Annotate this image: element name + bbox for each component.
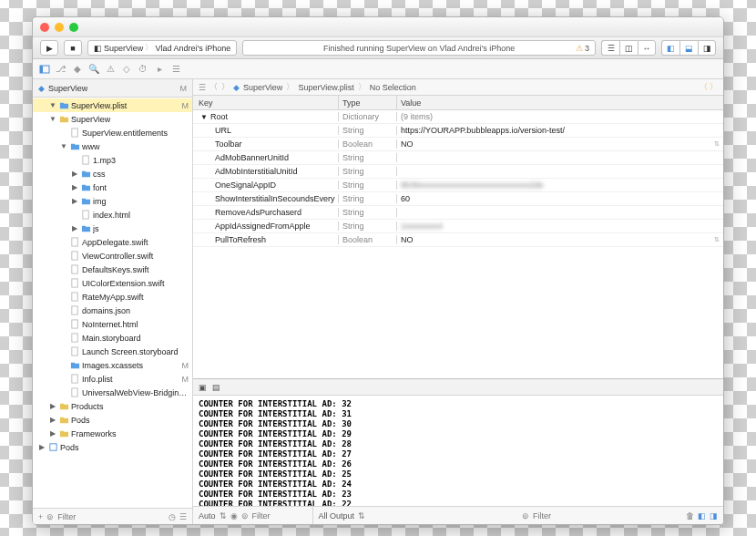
disclosure-triangle-icon[interactable]: ▼: [49, 115, 56, 123]
toggle-navigator-button[interactable]: ◧: [661, 40, 679, 56]
console-output[interactable]: COUNTER FOR INTERSTITIAL AD: 32 COUNTER …: [193, 396, 723, 506]
plist-key[interactable]: Toolbar: [193, 139, 339, 149]
find-navigator-tab[interactable]: 🔍: [87, 63, 100, 76]
file-tree-item[interactable]: AppDelegate.swift: [33, 235, 192, 249]
plist-row[interactable]: PullToRefreshBooleanNO⇅: [193, 233, 723, 247]
plist-key[interactable]: AppIdAssignedFromApple: [193, 222, 339, 231]
file-tree-item[interactable]: ▶img: [33, 194, 192, 208]
back-button[interactable]: 〈: [209, 81, 218, 93]
file-tree-item[interactable]: ▶css: [33, 167, 192, 180]
project-row[interactable]: ◆ SuperView M: [33, 79, 192, 98]
add-icon[interactable]: +: [38, 512, 43, 521]
disclosure-triangle-icon[interactable]: ▼: [49, 101, 56, 109]
plist-row-root[interactable]: ▼RootDictionary(9 items): [193, 110, 723, 124]
related-items-icon[interactable]: ☰: [199, 83, 206, 92]
issue-navigator-tab[interactable]: ⚠: [104, 63, 117, 76]
crumb-file[interactable]: SuperView.plist: [298, 83, 353, 92]
clear-console-button[interactable]: 🗑: [686, 511, 694, 521]
file-tree-item[interactable]: NoInternet.html: [33, 317, 192, 331]
plist-value[interactable]: NO⇅: [397, 235, 723, 244]
plist-type[interactable]: String: [339, 222, 397, 231]
disclosure-triangle-icon[interactable]: ▶: [71, 224, 78, 232]
file-tree-item[interactable]: Info.plistM: [33, 372, 192, 386]
console-filter-input[interactable]: [533, 511, 682, 521]
prev-issue-button[interactable]: 〈: [700, 81, 708, 93]
stop-button[interactable]: ■: [64, 40, 82, 56]
breakpoint-navigator-tab[interactable]: ▸: [153, 63, 166, 76]
toggle-debug-button[interactable]: ⬓: [679, 40, 698, 56]
disclosure-triangle-icon[interactable]: ▶: [71, 170, 78, 178]
plist-row[interactable]: ToolbarBooleanNO⇅: [193, 138, 723, 151]
plist-row[interactable]: URLStringhttps://YOURAPP.bubbleapps.io/v…: [193, 124, 723, 138]
file-tree-item[interactable]: UniversalWebView-Bridging-Header.h: [33, 386, 192, 399]
disclosure-triangle-icon[interactable]: ▶: [71, 183, 78, 191]
plist-key[interactable]: ShowInterstitialInSecoundsEvery: [193, 194, 339, 203]
scheme-selector[interactable]: ◧ SuperView 〉 Vlad Andrei's iPhone: [87, 40, 237, 56]
chevron-updown-icon[interactable]: ⇅: [358, 511, 365, 521]
plist-type[interactable]: String: [339, 153, 397, 162]
header-value[interactable]: Value: [397, 96, 723, 109]
plist-key[interactable]: RemoveAdsPurchaserd: [193, 208, 339, 217]
file-tree-item[interactable]: DefaultsKeys.swift: [33, 263, 192, 276]
disclosure-triangle-icon[interactable]: ▼: [60, 142, 67, 150]
debug-navigator-tab[interactable]: ⏱: [137, 63, 149, 76]
report-navigator-tab[interactable]: ☰: [169, 63, 182, 76]
toggle-inspector-button[interactable]: ◨: [698, 40, 716, 56]
disclosure-triangle-icon[interactable]: ▼: [200, 113, 208, 121]
plist-row[interactable]: AdMobInterstitialUnitIdString: [193, 165, 723, 179]
plist-type[interactable]: String: [339, 126, 397, 135]
file-tree-item[interactable]: ▶js: [33, 222, 192, 235]
plist-value[interactable]: NO⇅: [397, 139, 723, 149]
plist-type[interactable]: Boolean: [339, 139, 397, 149]
plist-value[interactable]: 8b38xxxxxxxxxxxxxxxxxxxxxxxxxxx2de: [397, 180, 723, 190]
output-selector[interactable]: All Output: [319, 511, 355, 521]
disclosure-triangle-icon[interactable]: ▶: [71, 197, 78, 205]
version-editor-button[interactable]: ↔: [638, 40, 656, 56]
file-tree-item[interactable]: ▶font: [33, 180, 192, 194]
next-issue-button[interactable]: 〉: [710, 81, 718, 93]
plist-value[interactable]: 60: [397, 194, 723, 203]
plist-value[interactable]: 1xxxxxxxx4: [397, 222, 723, 231]
file-tree-item[interactable]: UIColorExtension.swift: [33, 276, 192, 290]
recent-filter-icon[interactable]: ◷: [169, 512, 176, 521]
plist-key[interactable]: URL: [193, 126, 339, 135]
header-key[interactable]: Key: [193, 96, 339, 109]
file-tree-item[interactable]: ▶Pods: [33, 413, 192, 427]
file-tree-item[interactable]: 1.mp3: [33, 153, 192, 167]
disclosure-triangle-icon[interactable]: ▶: [38, 443, 46, 451]
standard-editor-button[interactable]: ☰: [601, 40, 619, 56]
close-window-button[interactable]: [40, 23, 49, 32]
minimize-window-button[interactable]: [55, 23, 64, 32]
file-tree-item[interactable]: Launch Screen.storyboard: [33, 345, 192, 358]
assistant-editor-button[interactable]: ◫: [619, 40, 638, 56]
project-navigator-tab[interactable]: [38, 63, 51, 76]
toggle-console-icon[interactable]: ▤: [212, 383, 220, 392]
source-control-navigator-tab[interactable]: ⎇: [55, 63, 67, 76]
plist-value[interactable]: https://YOURAPP.bubbleapps.io/version-te…: [397, 126, 723, 135]
file-tree-item[interactable]: ▶Frameworks: [33, 427, 192, 440]
plist-type[interactable]: String: [339, 194, 397, 203]
jump-bar[interactable]: ☰ 〈 〉 ◆ SuperView 〉 SuperView.plist 〉 No…: [193, 79, 723, 96]
plist-row[interactable]: OneSignalAppIDString8b38xxxxxxxxxxxxxxxx…: [193, 179, 723, 192]
header-type[interactable]: Type: [339, 96, 397, 109]
show-variables-pane-icon[interactable]: ◧: [698, 511, 706, 521]
crumb-project[interactable]: SuperView: [243, 83, 282, 92]
disclosure-triangle-icon[interactable]: ▶: [49, 416, 56, 424]
file-tree-item[interactable]: ViewController.swift: [33, 249, 192, 263]
plist-row[interactable]: ShowInterstitialInSecoundsEveryString60: [193, 192, 723, 206]
scm-filter-icon[interactable]: ☰: [179, 512, 187, 521]
stepper-icon[interactable]: ⇅: [714, 236, 720, 243]
plist-row[interactable]: RemoveAdsPurchaserdString: [193, 206, 723, 220]
zoom-window-button[interactable]: [69, 23, 78, 32]
show-console-pane-icon[interactable]: ◨: [710, 511, 718, 521]
toggle-variables-icon[interactable]: ▣: [199, 383, 207, 392]
symbol-navigator-tab[interactable]: ◆: [71, 63, 84, 76]
plist-row[interactable]: AdMobBannerUnitIdString: [193, 151, 723, 165]
eye-icon[interactable]: ◉: [230, 511, 238, 521]
plist-key[interactable]: AdMobInterstitialUnitId: [193, 167, 339, 176]
warning-indicator[interactable]: ⚠ 3: [576, 44, 589, 53]
file-tree-item[interactable]: ▼SuperView: [33, 112, 192, 126]
test-navigator-tab[interactable]: ◇: [120, 63, 133, 76]
auto-label[interactable]: Auto: [199, 511, 216, 521]
plist-key[interactable]: PullToRefresh: [193, 235, 339, 244]
